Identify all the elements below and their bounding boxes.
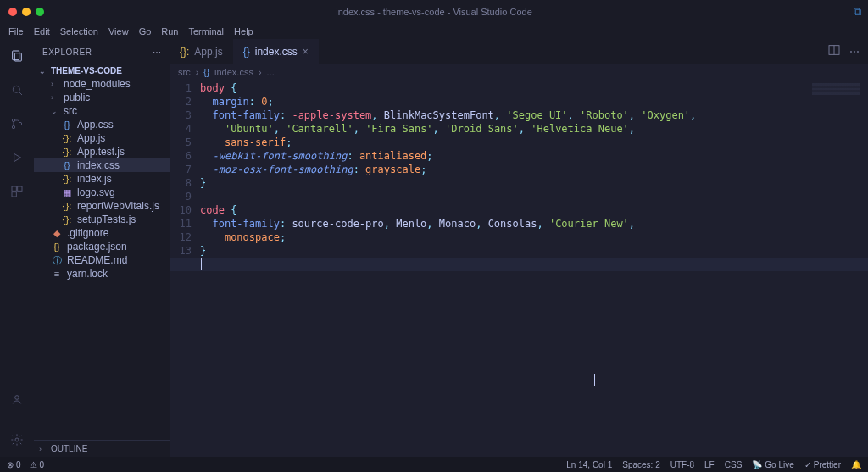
svg-point-11 xyxy=(15,396,19,400)
search-icon[interactable] xyxy=(7,80,27,100)
minimize-window-button[interactable] xyxy=(22,8,31,16)
menu-file[interactable]: File xyxy=(8,26,24,36)
chevron-right-icon xyxy=(51,80,59,88)
code-content[interactable]: body { margin: 0; font-family: -apple-sy… xyxy=(200,80,868,457)
tree-item-logo-svg[interactable]: ▦logo.svg xyxy=(34,186,170,199)
vscode-icon: ⧉ xyxy=(854,5,861,19)
js-icon: {}: xyxy=(61,147,73,157)
accounts-icon[interactable] xyxy=(7,389,27,409)
titlebar: index.css - theme-vs-code - Visual Studi… xyxy=(0,0,868,24)
status-ln-col[interactable]: Ln 14, Col 1 xyxy=(566,460,612,469)
status-warnings[interactable]: ⚠ 0 xyxy=(30,460,45,469)
status-errors[interactable]: ⊗ 0 xyxy=(7,460,21,469)
text-cursor xyxy=(594,374,595,386)
tree-item-src[interactable]: src xyxy=(34,104,170,118)
explorer-icon[interactable] xyxy=(7,46,27,66)
menu-selection[interactable]: Selection xyxy=(60,26,98,36)
svg-icon: ▦ xyxy=(61,187,73,198)
editor-area: {}: App.js {} index.css × ⋯ src › {} ind… xyxy=(170,39,868,457)
sidebar: EXPLORER ⋯ THEME-VS-CODE node_modulespub… xyxy=(34,39,170,457)
css-icon: {} xyxy=(243,46,250,58)
status-bar: ⊗ 0 ⚠ 0 Ln 14, Col 1 Spaces: 2 UTF-8 LF … xyxy=(0,457,868,472)
source-control-icon[interactable] xyxy=(7,114,27,134)
tree-item-index-css[interactable]: {}index.css xyxy=(34,158,170,172)
tree-item-node_modules[interactable]: node_modules xyxy=(34,77,170,91)
tab-index-css[interactable]: {} index.css × xyxy=(233,39,319,64)
notifications-icon[interactable]: 🔔 xyxy=(851,460,861,469)
tree-item-setuptests-js[interactable]: {}:setupTests.js xyxy=(34,213,170,226)
more-actions-icon[interactable]: ⋯ xyxy=(849,46,860,58)
status-encoding[interactable]: UTF-8 xyxy=(670,460,694,469)
menu-run[interactable]: Run xyxy=(161,26,178,36)
file-tree: node_modulespublicsrc{}App.css{}:App.js{… xyxy=(34,77,170,440)
close-window-button[interactable] xyxy=(8,8,17,16)
svg-rect-0 xyxy=(13,51,19,60)
window-controls xyxy=(0,8,44,16)
svg-rect-9 xyxy=(18,186,22,191)
close-icon[interactable]: × xyxy=(303,46,309,58)
css-icon: {} xyxy=(61,160,73,170)
tree-item--gitignore[interactable]: ◆.gitignore xyxy=(34,226,170,240)
breadcrumb[interactable]: src › {} index.css › ... xyxy=(170,64,868,80)
status-eol[interactable]: LF xyxy=(704,460,715,469)
js-icon: {}: xyxy=(180,46,189,58)
extensions-icon[interactable] xyxy=(7,181,27,202)
svg-line-3 xyxy=(19,92,22,95)
project-header[interactable]: THEME-VS-CODE xyxy=(34,64,170,77)
chevron-down-icon xyxy=(51,107,59,115)
svg-point-4 xyxy=(12,119,14,121)
menu-help[interactable]: Help xyxy=(234,26,253,36)
js-icon: {}: xyxy=(61,201,73,211)
status-go-live[interactable]: 📡 Go Live xyxy=(752,460,793,469)
chevron-right-icon xyxy=(51,93,59,102)
split-editor-icon[interactable] xyxy=(827,43,841,59)
chevron-right-icon xyxy=(39,445,47,453)
tree-item-index-js[interactable]: {}:index.js xyxy=(34,172,170,186)
menu-go[interactable]: Go xyxy=(139,26,152,36)
status-spaces[interactable]: Spaces: 2 xyxy=(622,460,659,469)
tree-item-app-test-js[interactable]: {}:App.test.js xyxy=(34,145,170,158)
tree-item-package-json[interactable]: {}package.json xyxy=(34,240,170,253)
svg-rect-10 xyxy=(12,192,16,197)
menu-edit[interactable]: Edit xyxy=(34,26,50,36)
svg-point-2 xyxy=(13,86,19,92)
sidebar-title: EXPLORER xyxy=(42,47,92,57)
run-debug-icon[interactable] xyxy=(7,147,27,168)
js-icon: {}: xyxy=(61,214,73,225)
window-title: index.css - theme-vs-code - Visual Studi… xyxy=(336,7,532,17)
outline-section[interactable]: OUTLINE xyxy=(34,440,170,457)
minimap[interactable] xyxy=(812,83,860,95)
svg-rect-8 xyxy=(12,186,16,191)
svg-point-12 xyxy=(15,438,19,441)
tree-item-app-js[interactable]: {}:App.js xyxy=(34,131,170,145)
editor[interactable]: 1234567891011121314 body { margin: 0; fo… xyxy=(170,80,868,457)
text-cursor xyxy=(201,258,202,270)
tab-bar: {}: App.js {} index.css × ⋯ xyxy=(170,39,868,64)
js-icon: {}: xyxy=(61,133,73,143)
gear-icon[interactable] xyxy=(7,430,27,450)
status-lang[interactable]: CSS xyxy=(725,460,743,469)
tab-app-js[interactable]: {}: App.js xyxy=(170,39,233,64)
maximize-window-button[interactable] xyxy=(36,8,44,16)
js-icon: {}: xyxy=(61,174,73,184)
css-icon: {} xyxy=(203,68,209,77)
svg-point-5 xyxy=(12,125,14,128)
menu-terminal[interactable]: Terminal xyxy=(189,26,225,36)
activity-bar xyxy=(0,39,34,457)
tree-item-readme-md[interactable]: ⓘREADME.md xyxy=(34,253,170,267)
chevron-down-icon xyxy=(39,67,47,75)
menu-view[interactable]: View xyxy=(108,26,129,36)
tree-item-reportwebvitals-js[interactable]: {}:reportWebVitals.js xyxy=(34,199,170,213)
status-prettier[interactable]: ✓ Prettier xyxy=(804,460,841,469)
tree-item-public[interactable]: public xyxy=(34,91,170,104)
lock-icon: ≡ xyxy=(51,269,63,279)
git-icon: ◆ xyxy=(51,228,63,239)
css-icon: {} xyxy=(61,119,73,130)
svg-point-6 xyxy=(19,122,21,125)
md-icon: ⓘ xyxy=(51,254,63,267)
tree-item-yarn-lock[interactable]: ≡yarn.lock xyxy=(34,267,170,280)
menubar: File Edit Selection View Go Run Terminal… xyxy=(0,24,868,39)
json-icon: {} xyxy=(51,242,63,252)
tree-item-app-css[interactable]: {}App.css xyxy=(34,118,170,131)
sidebar-more-icon[interactable]: ⋯ xyxy=(153,47,162,57)
